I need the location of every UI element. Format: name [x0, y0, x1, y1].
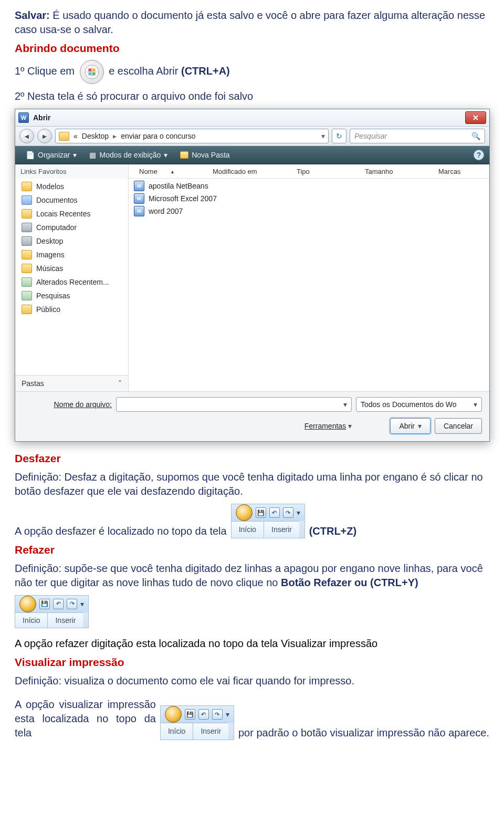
breadcrumb[interactable]: « Desktop ▸ enviar para o concurso ▾ — [55, 129, 329, 143]
ribbon-snippet: 💾 ↶ ↷ ▾ Início Inserir — [231, 504, 305, 538]
search-icon: 🔍 — [471, 132, 480, 140]
dialog-title: Abrir — [33, 113, 50, 122]
salvar-label: Salvar: — [15, 9, 50, 21]
office-button-icon — [80, 60, 104, 84]
desfazer-location: A opção desfazer é localizado no topo da… — [15, 504, 489, 538]
views-button[interactable]: ▦ Modos de exibição ▾ — [84, 149, 173, 161]
new-folder-button[interactable]: Nova Pasta — [175, 149, 235, 161]
step-2: 2º Nesta tela é só procurar o arquivo on… — [15, 89, 489, 103]
folder-icon — [22, 305, 32, 314]
folder-icon — [22, 209, 32, 218]
redo-icon: ↷ — [67, 599, 77, 609]
col-marks[interactable]: Marcas — [433, 168, 466, 175]
sidebar-item[interactable]: Imagens — [15, 248, 128, 262]
sidebar-item[interactable]: Computador — [15, 221, 128, 234]
sidebar-item[interactable]: Músicas — [15, 262, 128, 275]
office-button-icon — [165, 706, 182, 723]
tab-inicio: Início — [161, 723, 193, 740]
tab-inicio: Início — [232, 521, 264, 538]
redo-icon: ↷ — [283, 507, 293, 518]
col-modified[interactable]: Modificado em — [207, 168, 291, 175]
refazer-definition: Definição: supõe-se que você tenha digit… — [15, 561, 489, 590]
sidebar-item[interactable]: Alterados Recentem... — [15, 275, 128, 289]
col-type[interactable]: Tipo — [291, 168, 360, 175]
visualizar-heading: Visualizar impressão — [15, 656, 489, 669]
dialog-toolbar: 📄 Organizar ▾ ▦ Modos de exibição ▾ Nova… — [15, 146, 489, 164]
forward-button[interactable]: ► — [37, 129, 52, 143]
chevron-up-icon: ˄ — [118, 379, 122, 388]
filename-label: Nome do arquivo: — [54, 400, 112, 409]
folder-icon — [22, 223, 32, 232]
file-list: Wapostila NetBeansWMicrosoft Excel 2007W… — [129, 179, 489, 391]
desfazer-definition: Definição: Desfaz a digitação, supomos q… — [15, 470, 489, 498]
office-button-icon — [236, 504, 253, 521]
column-headers: Nome ▴ Modificado em Tipo Tamanho Marcas — [129, 164, 489, 179]
undo-icon: ↶ — [269, 507, 280, 518]
search-input[interactable]: Pesquisar 🔍 — [350, 129, 485, 143]
cancel-button[interactable]: Cancelar — [435, 418, 482, 434]
chevron-down-icon[interactable]: ▾ — [474, 400, 477, 409]
back-button[interactable]: ◄ — [19, 129, 34, 143]
nav-row: ◄ ► « Desktop ▸ enviar para o concurso ▾… — [15, 127, 489, 146]
folder-icon — [22, 236, 32, 246]
sidebar-item[interactable]: Público — [15, 303, 128, 316]
sidebar: Links Favoritos ModelosDocumentosLocais … — [15, 164, 129, 391]
chevron-down-icon[interactable]: ▾ — [321, 132, 325, 140]
sidebar-item[interactable]: Desktop — [15, 234, 128, 248]
sidebar-item[interactable]: Pesquisas — [15, 289, 128, 303]
refresh-button[interactable]: ↻ — [332, 129, 346, 143]
chevron-down-icon[interactable]: ▾ — [343, 400, 347, 409]
filename-field[interactable]: ▾ — [116, 397, 352, 412]
tab-inserir: Inserir — [264, 521, 299, 538]
save-icon: 💾 — [39, 599, 50, 609]
save-icon: 💾 — [185, 709, 195, 720]
step-1: 1º Clique em e escolha Abrir (CTRL+A) — [15, 60, 489, 84]
close-button[interactable] — [465, 111, 486, 124]
visualizar-location: A opção visualizar impressão esta locali… — [15, 698, 489, 740]
organize-button[interactable]: 📄 Organizar ▾ — [20, 149, 82, 161]
desfazer-heading: Desfazer — [15, 452, 489, 465]
word-doc-icon: W — [134, 181, 144, 191]
refazer-heading: Refazer — [15, 544, 489, 556]
refazer-location: A opção refazer digitação esta localizad… — [15, 637, 489, 651]
ribbon-snippet: 💾 ↶ ↷ ▾ Início Inserir — [15, 595, 89, 628]
sidebar-heading: Links Favoritos — [15, 164, 128, 179]
redo-icon: ↷ — [212, 709, 223, 720]
word-doc-icon: W — [134, 193, 144, 204]
office-button-icon — [19, 596, 36, 612]
visualizar-definition: Definição: visualiza o documento como el… — [15, 674, 489, 688]
tab-inserir: Inserir — [47, 612, 83, 628]
file-row[interactable]: Wapostila NetBeans — [129, 180, 489, 192]
save-icon: 💾 — [256, 507, 266, 518]
dialog-titlebar: W Abrir — [15, 109, 489, 127]
col-size[interactable]: Tamanho — [360, 168, 433, 175]
sidebar-item[interactable]: Locais Recentes — [15, 207, 128, 221]
folder-icon — [22, 291, 32, 300]
folder-icon — [22, 195, 32, 205]
ribbon-snippet: 💾 ↶ ↷ ▾ Início Inserir — [160, 705, 234, 740]
tab-inserir: Inserir — [193, 723, 228, 740]
col-name[interactable]: Nome ▴ — [129, 168, 207, 175]
open-dialog: W Abrir ◄ ► « Desktop ▸ enviar para o co… — [15, 109, 490, 442]
help-button[interactable]: ? — [474, 150, 484, 160]
folder-icon — [22, 182, 32, 191]
file-row[interactable]: Wword 2007 — [129, 205, 489, 217]
open-button[interactable]: Abrir▾ — [390, 418, 430, 434]
abrindo-heading: Abrindo documento — [15, 42, 489, 55]
undo-icon: ↶ — [198, 709, 209, 720]
folder-icon — [22, 264, 32, 273]
folders-toggle[interactable]: Pastas˄ — [15, 375, 128, 391]
folder-icon — [59, 132, 69, 141]
word-icon: W — [18, 112, 29, 123]
word-doc-icon: W — [134, 206, 144, 216]
salvar-definition: É usado quando o documento já esta salvo… — [15, 9, 485, 35]
file-row[interactable]: WMicrosoft Excel 2007 — [129, 192, 489, 205]
sidebar-item[interactable]: Modelos — [15, 180, 128, 193]
filetype-field[interactable]: Todos os Documentos do Wo▾ — [356, 397, 482, 412]
folder-icon — [22, 277, 32, 287]
sidebar-item[interactable]: Documentos — [15, 193, 128, 207]
undo-icon: ↶ — [53, 599, 64, 609]
folder-icon — [22, 250, 32, 259]
tab-inicio: Início — [15, 612, 47, 628]
tools-button[interactable]: Ferramentas ▾ — [304, 422, 352, 430]
